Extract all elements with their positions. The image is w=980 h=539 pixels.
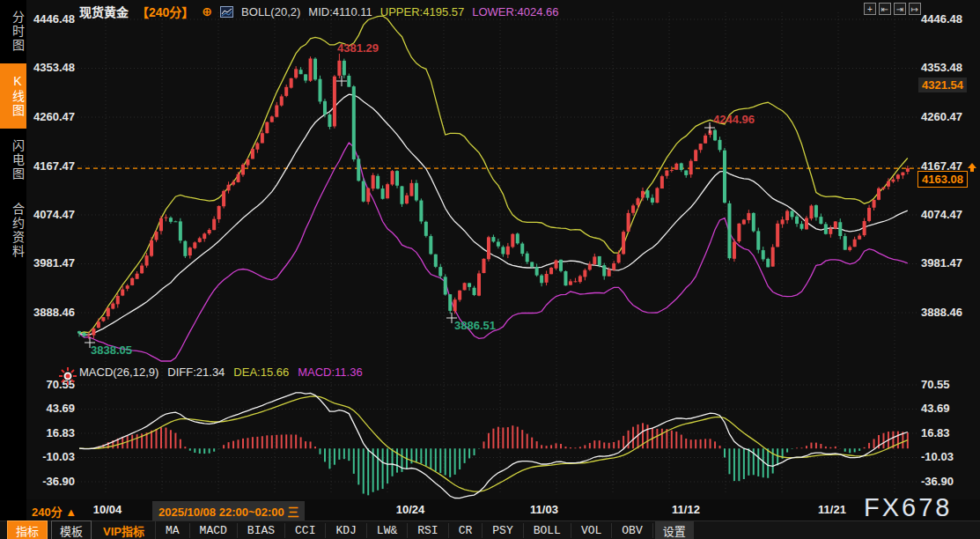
candle-body xyxy=(193,242,196,248)
candle-body xyxy=(791,211,794,218)
chart-toolbar: +⇤⇥↦ xyxy=(864,3,921,15)
sidebar-item-flash-chart[interactable]: 闪电图 xyxy=(0,129,26,192)
candle-body xyxy=(752,213,755,232)
candle-body xyxy=(473,288,476,295)
candle-body xyxy=(766,259,770,267)
bar-time-range: 2025/10/08 22:00~02:00 三 xyxy=(152,501,305,521)
extreme-price-label: 4381.29 xyxy=(337,41,379,55)
tab-vol[interactable]: VOL xyxy=(571,523,612,538)
candle-body xyxy=(409,183,413,196)
candle-body xyxy=(140,266,144,274)
candle-body xyxy=(583,270,586,277)
candle-body xyxy=(400,186,403,203)
candle-body xyxy=(809,206,813,219)
candle-body xyxy=(319,79,322,102)
candle-body xyxy=(655,188,659,203)
candle-body xyxy=(477,273,481,295)
fit-left-icon[interactable]: ⇤ xyxy=(879,3,891,15)
candle-body xyxy=(376,176,379,188)
candle-body xyxy=(92,329,95,336)
axis-tick-label: 4260.47 xyxy=(26,111,75,123)
candle-body xyxy=(497,242,500,247)
candle-body xyxy=(762,250,765,259)
sidebar-item-time-chart[interactable]: 分时图 xyxy=(0,0,26,63)
tab-ma[interactable]: MA xyxy=(156,523,190,538)
candle-body xyxy=(290,78,293,88)
alarm-icon[interactable] xyxy=(58,366,77,389)
candle-body xyxy=(526,254,529,262)
macd-params: MACD(26,12,9) xyxy=(79,365,158,379)
candle-body xyxy=(896,174,900,179)
date-tick: 10/04 xyxy=(93,503,122,516)
extreme-price-label: 3838.05 xyxy=(91,343,132,357)
crosshair-icon[interactable]: + xyxy=(864,3,876,15)
candle-body xyxy=(352,86,356,159)
candle-body xyxy=(237,174,240,182)
candle-body xyxy=(694,150,697,161)
candle-body xyxy=(444,277,447,294)
candle-body xyxy=(680,163,683,170)
pan-right-icon[interactable]: ↦ xyxy=(909,3,921,15)
current-price-badge: 4163.08 xyxy=(917,171,968,188)
tab-rsi[interactable]: RSI xyxy=(408,523,448,538)
candle-body xyxy=(121,290,124,296)
tab-bias[interactable]: BIAS xyxy=(238,523,285,538)
candle-body xyxy=(887,181,890,187)
tab-obv[interactable]: OBV xyxy=(612,523,652,538)
fit-right-icon[interactable]: ⇥ xyxy=(894,3,906,15)
candle-body xyxy=(130,278,134,285)
add-indicator-icon[interactable]: ⊕ xyxy=(202,4,212,18)
axis-tick-label: 16.83 xyxy=(26,427,75,439)
candle-body xyxy=(179,221,182,240)
candle-body xyxy=(111,304,114,309)
tab-vip-indicator[interactable]: VIP指标 xyxy=(95,521,156,539)
axis-tick-label: 4167.47 xyxy=(26,160,75,173)
candle-body xyxy=(208,230,211,233)
axis-tick-label: 4260.47 xyxy=(921,111,962,123)
period-label[interactable]: 【240分】 xyxy=(136,3,194,20)
tab-lw[interactable]: LW& xyxy=(367,523,408,538)
sidebar-item-contract-info[interactable]: 合约资料 xyxy=(0,192,26,270)
macd-diff-value: DIFF:21.34 xyxy=(167,365,225,379)
tab-cci[interactable]: CCI xyxy=(285,523,326,538)
candle-body xyxy=(270,116,274,122)
tab-macd[interactable]: MACD xyxy=(190,523,238,538)
candle-body xyxy=(265,122,269,134)
tab-boll[interactable]: BOLL xyxy=(524,523,571,538)
candle-body xyxy=(598,256,601,265)
sidebar-item-kline-chart[interactable]: K线图 xyxy=(0,63,26,129)
candle-body xyxy=(280,96,284,105)
tab-kdj[interactable]: KDJ xyxy=(326,523,366,538)
tab-template[interactable]: 模板 xyxy=(51,521,92,539)
candle-body xyxy=(145,255,149,265)
tab-psy[interactable]: PSY xyxy=(483,523,523,538)
line-chart-icon xyxy=(220,6,233,18)
boll-mid-value: MID:4110.11 xyxy=(308,5,372,18)
candle-body xyxy=(241,165,245,175)
candle-body xyxy=(453,299,457,311)
price-up-arrow-icon xyxy=(967,161,977,177)
candle-body xyxy=(212,219,216,231)
reference-price-badge: 4321.54 xyxy=(918,78,967,92)
date-tick: 11/03 xyxy=(530,503,558,516)
tab-indicator[interactable]: 指标 xyxy=(7,521,48,539)
chart-canvas[interactable] xyxy=(0,0,980,539)
candle-body xyxy=(482,259,485,273)
period-selector[interactable]: 240分 ▲ xyxy=(32,503,77,520)
candle-body xyxy=(516,233,519,243)
candle-body xyxy=(593,256,596,264)
candle-body xyxy=(217,206,221,219)
candle-body xyxy=(564,271,567,285)
tab-cr[interactable]: CR xyxy=(449,523,483,538)
macd-header: MACD(26,12,9) DIFF:21.34 DEA:15.66 MACD:… xyxy=(79,365,363,379)
candle-body xyxy=(891,180,895,182)
candle-body xyxy=(328,114,331,127)
candle-body xyxy=(612,263,615,270)
candle-body xyxy=(665,171,668,176)
candle-body xyxy=(645,190,649,198)
candle-body xyxy=(366,188,370,202)
candle-body xyxy=(101,317,105,321)
tab-settings[interactable]: 设置 xyxy=(655,521,694,539)
candle-body xyxy=(405,196,409,203)
candle-body xyxy=(188,247,192,255)
